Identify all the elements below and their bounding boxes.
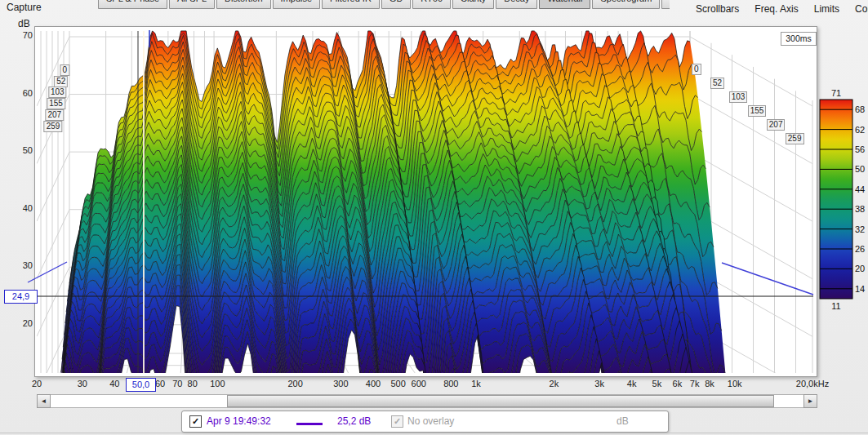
time-tick-label-left: 0: [60, 64, 69, 76]
color-scale-legend: 716862565044383226201411: [812, 88, 866, 320]
time-tick-label-right: 103: [729, 91, 748, 103]
color-scale-tick-label: 26: [855, 244, 865, 254]
freq-tick-label: 10k: [728, 379, 742, 388]
overlay-checkbox[interactable]: ✓: [391, 415, 403, 428]
color-scale-tick-label: 14: [855, 284, 865, 294]
color-scale-tick-label: 68: [855, 104, 865, 114]
db-tick-label: 40: [10, 203, 33, 213]
time-tick-label-right: 259: [786, 133, 804, 144]
color-scale-max-label: 71: [831, 88, 841, 98]
time-tick-label-left: 155: [47, 98, 65, 109]
color-scale-min-label: 11: [831, 301, 840, 311]
color-scale-tick-label: 44: [855, 184, 865, 194]
time-tick-label-right: 155: [748, 105, 767, 117]
time-tick-label-right: 52: [710, 78, 724, 89]
freq-tick-label: 600: [412, 379, 426, 388]
freq-tick-label: 800: [443, 379, 458, 388]
freq-tick-label: 20: [32, 379, 42, 388]
freq-tick-label: 60: [155, 379, 165, 388]
measurement-checkbox[interactable]: ✓: [189, 415, 202, 428]
cursor-level-readout: 25,2 dB: [337, 415, 371, 427]
color-scale-tick-label: 32: [855, 224, 865, 234]
freq-tick-label: 20,0kHz: [796, 379, 829, 388]
measurement-legend-bar: ✓ Apr 9 19:49:32 25,2 dB ✓ No overlay dB: [181, 411, 669, 433]
db-tick-label: 30: [10, 260, 33, 270]
cursor-db-readout: 24,9: [4, 290, 38, 304]
freq-tick-label: 1k: [471, 379, 481, 388]
time-window-badge: 300ms: [781, 32, 817, 46]
freq-tick-label: 400: [366, 379, 381, 388]
freq-tick-label: 4k: [627, 379, 637, 388]
freq-tick-label: 500: [390, 379, 405, 388]
waterfall-chart[interactable]: [0, 0, 868, 435]
time-tick-label-left: 103: [48, 87, 67, 98]
db-tick-label: 60: [10, 88, 33, 98]
time-tick-label-right: 207: [767, 119, 786, 131]
db-tick-label: 70: [10, 30, 33, 40]
freq-tick-label: 300: [333, 379, 348, 388]
freq-tick-label: 2k: [550, 379, 559, 388]
freq-tick-label: 3k: [594, 379, 604, 388]
overlay-label: No overlay: [407, 415, 454, 427]
time-tick-label-left: 259: [44, 121, 63, 132]
color-scale-tick-label: 50: [855, 164, 865, 174]
db-tick-label: 20: [10, 318, 33, 328]
time-tick-label-left: 207: [45, 109, 64, 121]
freq-tick-label: 80: [188, 379, 198, 388]
freq-tick-label: 40: [109, 379, 119, 388]
scrollbar-left-arrow-icon[interactable]: ◄: [37, 394, 51, 408]
trace-color-sample: [296, 423, 323, 425]
legend-unit-label: dB: [617, 415, 629, 427]
time-tick-label-left: 52: [54, 76, 68, 87]
color-scale-tick-label: 56: [855, 144, 865, 154]
freq-scrollbar-thumb[interactable]: [227, 395, 774, 407]
window-bottom-divider: [0, 433, 868, 433]
db-axis-unit-label: dB: [18, 18, 30, 29]
scrollbar-right-arrow-icon[interactable]: ►: [803, 394, 817, 408]
rew-window: { "app": { "capture_label": "Capture", "…: [0, 0, 868, 435]
color-scale-tick-label: 38: [855, 204, 865, 214]
freq-tick-label: 100: [210, 379, 225, 388]
freq-tick-label: 200: [287, 379, 302, 388]
db-tick-label: 50: [10, 145, 33, 155]
freq-tick-label: 6k: [673, 379, 683, 388]
freq-tick-label: 30: [78, 379, 87, 388]
freq-tick-label: 70: [172, 379, 182, 388]
measurement-name[interactable]: Apr 9 19:49:32: [207, 415, 271, 427]
freq-tick-label: 8k: [705, 379, 714, 388]
color-scale-tick-label: 62: [855, 125, 865, 135]
freq-tick-label: 5k: [652, 379, 662, 388]
time-tick-label-right: 0: [692, 64, 701, 75]
freq-tick-label: 7k: [690, 379, 700, 388]
cursor-freq-readout: 50,0: [126, 378, 156, 392]
color-scale-tick-label: 20: [855, 264, 865, 273]
